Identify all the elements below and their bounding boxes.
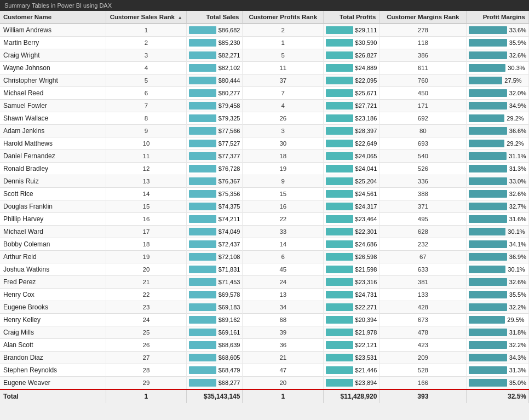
cell-margins-rank: 693: [380, 137, 467, 150]
cell-profit-margins: 32.2%: [467, 301, 529, 314]
cell-total-profits: $20,394: [324, 314, 380, 326]
cell-margins-rank: 80: [380, 125, 467, 137]
cell-total-profits: $26,598: [324, 251, 380, 263]
cell-total-profits: $22,649: [324, 137, 380, 150]
table-row: Arthur Reid 19 $72,108 6 $26,598 67 36.9…: [0, 251, 529, 263]
cell-profit-margins: 31.1%: [467, 150, 529, 163]
cell-profit-rank: 14: [243, 238, 324, 251]
cell-sales-rank: 28: [106, 364, 187, 377]
cell-total-sales: $69,578: [187, 289, 243, 301]
cell-profit-margins: 33.0%: [467, 175, 529, 188]
cell-total-profits: $22,121: [324, 339, 380, 352]
cell-total-sales: $75,356: [187, 188, 243, 200]
cell-customer-name: Fred Perez: [0, 276, 106, 289]
table-row: Henry Kelley 24 $69,162 68 $20,394 673 2…: [0, 314, 529, 326]
col-margins-rank[interactable]: Customer Margins Rank: [380, 11, 467, 24]
cell-profit-margins: 30.1%: [467, 263, 529, 276]
cell-margins-rank: 495: [380, 213, 467, 226]
cell-customer-name: Michael Reed: [0, 87, 106, 100]
cell-profit-margins: 32.6%: [467, 188, 529, 200]
cell-sales-rank: 3: [106, 49, 187, 62]
table-row: Martin Berry 2 $85,230 1 $30,590 118 35.…: [0, 37, 529, 49]
table-row: Wayne Johnson 4 $82,102 11 $24,889 611 3…: [0, 62, 529, 74]
cell-sales-rank: 6: [106, 87, 187, 100]
data-table: Customer Name Customer Sales Rank ▲ Tota…: [0, 11, 529, 403]
cell-profit-rank: 19: [243, 163, 324, 175]
col-sales-rank[interactable]: Customer Sales Rank ▲: [106, 11, 187, 24]
cell-sales-rank: 26: [106, 339, 187, 352]
cell-profit-margins: 29.2%: [467, 112, 529, 125]
cell-profit-rank: 13: [243, 289, 324, 301]
cell-customer-name: Arthur Reid: [0, 251, 106, 263]
cell-total-sales: $72,437: [187, 238, 243, 251]
cell-total-sales: $79,325: [187, 112, 243, 125]
cell-sales-rank: 10: [106, 137, 187, 150]
cell-margins-rank: 540: [380, 150, 467, 163]
cell-sales-rank: 25: [106, 326, 187, 339]
table-row: Dennis Ruiz 13 $76,367 9 $25,204 336 33.…: [0, 175, 529, 188]
cell-total-profits: $21,598: [324, 263, 380, 276]
table-row: Bobby Coleman 18 $72,437 14 $24,686 232 …: [0, 238, 529, 251]
cell-profit-margins: 34.9%: [467, 100, 529, 112]
footer-total-sales: $35,143,145: [187, 389, 243, 403]
cell-total-sales: $86,682: [187, 24, 243, 37]
cell-total-profits: $23,464: [324, 213, 380, 226]
cell-profit-rank: 39: [243, 326, 324, 339]
cell-margins-rank: 232: [380, 238, 467, 251]
cell-customer-name: Shawn Wallace: [0, 112, 106, 125]
cell-total-sales: $74,211: [187, 213, 243, 226]
cell-profit-margins: 29.2%: [467, 137, 529, 150]
cell-profit-margins: 36.9%: [467, 251, 529, 263]
cell-customer-name: Daniel Fernandez: [0, 150, 106, 163]
cell-sales-rank: 8: [106, 112, 187, 125]
cell-profit-rank: 4: [243, 100, 324, 112]
col-profit-rank[interactable]: Customer Profits Rank: [243, 11, 324, 24]
table-row: Craig Mills 25 $69,161 39 $21,978 478 31…: [0, 326, 529, 339]
cell-profit-rank: 47: [243, 364, 324, 377]
table-row: Samuel Fowler 7 $79,458 4 $27,721 171 34…: [0, 100, 529, 112]
cell-customer-name: Craig Wright: [0, 49, 106, 62]
col-customer-name[interactable]: Customer Name: [0, 11, 106, 24]
cell-sales-rank: 29: [106, 377, 187, 390]
cell-margins-rank: 209: [380, 352, 467, 364]
cell-customer-name: Alan Scott: [0, 339, 106, 352]
col-profit-margins[interactable]: Profit Margins: [467, 11, 529, 24]
cell-profit-margins: 35.5%: [467, 289, 529, 301]
cell-sales-rank: 27: [106, 352, 187, 364]
cell-customer-name: Douglas Franklin: [0, 200, 106, 213]
cell-profit-rank: 9: [243, 175, 324, 188]
cell-margins-rank: 478: [380, 326, 467, 339]
cell-sales-rank: 2: [106, 37, 187, 49]
cell-margins-rank: 450: [380, 87, 467, 100]
col-total-sales[interactable]: Total Sales: [187, 11, 243, 24]
cell-sales-rank: 24: [106, 314, 187, 326]
cell-customer-name: Harold Matthews: [0, 137, 106, 150]
cell-profit-rank: 15: [243, 188, 324, 200]
col-total-profits[interactable]: Total Profits: [324, 11, 380, 24]
cell-total-sales: $77,527: [187, 137, 243, 150]
cell-total-sales: $71,831: [187, 263, 243, 276]
cell-total-sales: $80,444: [187, 74, 243, 87]
cell-total-sales: $68,605: [187, 352, 243, 364]
cell-profit-rank: 1: [243, 37, 324, 49]
table-row: Fred Perez 21 $71,453 24 $23,316 381 32.…: [0, 276, 529, 289]
cell-profit-rank: 6: [243, 251, 324, 263]
cell-customer-name: William Andrews: [0, 24, 106, 37]
footer-sales-rank: 1: [106, 389, 187, 403]
table-row: Brandon Diaz 27 $68,605 21 $23,531 209 3…: [0, 352, 529, 364]
cell-profit-margins: 32.6%: [467, 49, 529, 62]
table-row: Michael Reed 6 $80,277 7 $25,671 450 32.…: [0, 87, 529, 100]
cell-margins-rank: 760: [380, 74, 467, 87]
cell-margins-rank: 528: [380, 364, 467, 377]
cell-profit-margins: 32.0%: [467, 87, 529, 100]
cell-sales-rank: 16: [106, 213, 187, 226]
cell-margins-rank: 67: [380, 251, 467, 263]
table-row: Christopher Wright 5 $80,444 37 $22,095 …: [0, 74, 529, 87]
cell-total-sales: $68,277: [187, 377, 243, 390]
cell-profit-rank: 36: [243, 339, 324, 352]
cell-total-profits: $24,731: [324, 289, 380, 301]
cell-total-profits: $23,186: [324, 112, 380, 125]
footer-profit-margins: 32.5%: [467, 389, 529, 403]
cell-profit-margins: 34.1%: [467, 238, 529, 251]
cell-total-profits: $26,827: [324, 49, 380, 62]
